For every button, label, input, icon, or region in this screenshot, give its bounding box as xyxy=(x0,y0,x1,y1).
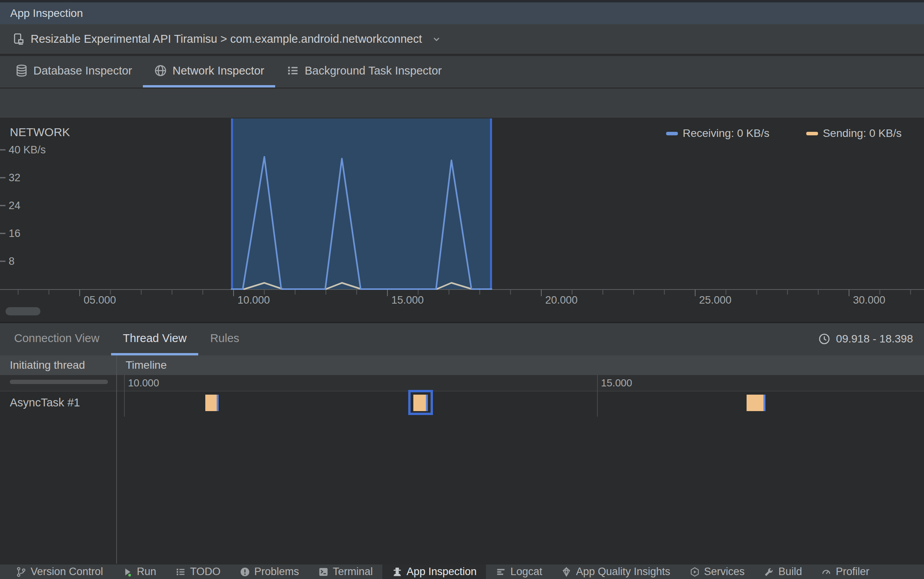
toolwindow-logcat[interactable]: Logcat xyxy=(486,564,551,579)
block-receiving-strip xyxy=(217,395,219,411)
toolwindow-label: Profiler xyxy=(836,566,869,578)
toolwindow-app-quality-insights[interactable]: App Quality Insights xyxy=(551,564,679,579)
process-selector-bar[interactable]: Resizable Experimental API Tiramisu > co… xyxy=(0,24,924,55)
toolwindow-version-control[interactable]: Version Control xyxy=(6,564,113,579)
selected-time-range: 09.918 - 18.398 xyxy=(818,322,913,355)
timeline-tick-label: 10.000 xyxy=(128,377,159,389)
toolwindow-label: Version Control xyxy=(31,566,103,578)
network-chart-section: 05.00010.00015.00020.00025.00030.000 NET… xyxy=(0,118,924,322)
app-inspection-icon xyxy=(392,566,403,577)
problems-icon xyxy=(239,566,250,577)
services-icon xyxy=(689,566,700,577)
thread-table-header: Initiating thread Timeline xyxy=(0,355,924,375)
toolwindow-label: App Inspection xyxy=(407,566,477,578)
tab-label: Network Inspector xyxy=(172,64,264,77)
tab-thread-view[interactable]: Thread View xyxy=(111,323,198,355)
toolwindow-build[interactable]: Build xyxy=(754,564,811,579)
tab-network-inspector[interactable]: Network Inspector xyxy=(143,56,275,87)
sending-swatch-icon xyxy=(806,132,818,135)
tab-background-task-inspector[interactable]: Background Task Inspector xyxy=(275,56,453,87)
run-icon xyxy=(122,566,133,577)
thread-activity-block[interactable] xyxy=(413,395,427,411)
toolwindow-label: Services xyxy=(704,566,745,578)
toolwindow-todo[interactable]: TODO xyxy=(166,564,230,579)
task-list-icon xyxy=(286,64,299,77)
profiler-icon xyxy=(821,566,832,577)
toolwindow-services[interactable]: Services xyxy=(680,564,754,579)
legend-sending: Sending: 0 KB/s xyxy=(806,127,902,140)
toolwindow-label: Problems xyxy=(254,566,299,578)
svg-text:15.000: 15.000 xyxy=(391,294,424,306)
svg-text:25.000: 25.000 xyxy=(699,294,732,306)
y-axis-tick-label: 24 xyxy=(9,199,20,212)
timeline-tick-label: 15.000 xyxy=(601,377,632,389)
todo-list-icon xyxy=(175,566,186,577)
timeline-gridline xyxy=(124,375,125,417)
globe-icon xyxy=(154,64,167,77)
toolwindow-run[interactable]: Run xyxy=(113,564,166,579)
toolwindow-app-inspection[interactable]: App Inspection xyxy=(382,564,486,579)
terminal-icon xyxy=(318,566,329,577)
block-receiving-strip xyxy=(763,395,765,411)
toolwindow-label: App Quality Insights xyxy=(576,566,670,578)
network-timeline-chart[interactable]: 05.00010.00015.00020.00025.00030.000 xyxy=(0,118,924,306)
tab-database-inspector[interactable]: Database Inspector xyxy=(4,56,143,87)
svg-text:05.000: 05.000 xyxy=(84,294,116,306)
inspector-toolbar-band xyxy=(0,89,924,118)
timeline-horizontal-scrollbar-thumb[interactable] xyxy=(5,307,40,315)
thread-rows-area xyxy=(0,391,924,564)
timeline-gridline xyxy=(597,375,598,417)
tab-rules[interactable]: Rules xyxy=(198,323,251,355)
legend-sending-label: Sending: 0 KB/s xyxy=(823,127,902,140)
tool-window-title: App Inspection xyxy=(10,7,83,20)
android-studio-app-inspection-window: App Inspection Resizable Experimental AP… xyxy=(0,0,924,579)
receiving-swatch-icon xyxy=(666,132,678,135)
database-icon xyxy=(15,64,28,77)
network-chart-title: NETWORK xyxy=(10,126,70,139)
git-branch-icon xyxy=(16,566,27,577)
legend-receiving: Receiving: 0 KB/s xyxy=(666,127,769,140)
toolwindow-label: TODO xyxy=(190,566,221,578)
tab-label: Database Inspector xyxy=(33,64,132,77)
detail-view-tabbar: Connection View Thread View Rules xyxy=(0,322,924,355)
y-axis-tick-label: 8 xyxy=(9,255,15,268)
column-initiating-thread[interactable]: Initiating thread xyxy=(10,355,85,375)
clock-icon xyxy=(818,333,831,345)
tool-window-bar: Version Control Run TODO xyxy=(0,564,924,579)
tab-connection-view[interactable]: Connection View xyxy=(2,323,111,355)
timeline-axis-row: 10.00015.000 xyxy=(0,375,924,391)
tab-label: Connection View xyxy=(14,332,99,345)
time-range-label: 09.918 - 18.398 xyxy=(836,333,913,345)
thread-column-scrollbar-thumb[interactable] xyxy=(10,380,108,384)
insights-icon xyxy=(561,566,572,577)
thread-activity-block[interactable] xyxy=(205,395,219,411)
tab-label: Background Task Inspector xyxy=(305,64,442,77)
y-axis-tick-label: 40 KB/s xyxy=(9,144,46,156)
toolwindow-label: Logcat xyxy=(510,566,542,578)
toolwindow-profiler[interactable]: Profiler xyxy=(811,564,879,579)
y-axis-tick-label: 32 xyxy=(9,171,20,184)
svg-text:10.000: 10.000 xyxy=(237,294,270,306)
svg-text:30.000: 30.000 xyxy=(853,294,886,306)
block-receiving-strip xyxy=(426,395,428,411)
tab-label: Thread View xyxy=(123,332,186,345)
toolwindow-terminal[interactable]: Terminal xyxy=(309,564,382,579)
tab-label: Rules xyxy=(210,332,239,345)
network-legend: Receiving: 0 KB/s Sending: 0 KB/s xyxy=(666,127,902,140)
svg-text:20.000: 20.000 xyxy=(545,294,578,306)
toolwindow-label: Run xyxy=(137,566,157,578)
chevron-down-icon xyxy=(431,33,442,45)
thread-name: AsyncTask #1 xyxy=(10,396,80,409)
tool-window-titlebar: App Inspection xyxy=(0,0,924,24)
column-timeline[interactable]: Timeline xyxy=(126,355,167,375)
toolwindow-label: Terminal xyxy=(333,566,373,578)
column-divider[interactable] xyxy=(116,355,117,564)
build-icon xyxy=(763,566,774,577)
toolwindow-problems[interactable]: Problems xyxy=(230,564,309,579)
process-selector-label: Resizable Experimental API Tiramisu > co… xyxy=(31,33,422,46)
y-axis-tick-label: 16 xyxy=(9,227,20,240)
toolwindow-label: Build xyxy=(778,566,802,578)
resizable-device-icon xyxy=(12,33,25,46)
thread-activity-block[interactable] xyxy=(747,395,765,411)
inspector-tabbar: Database Inspector Network Inspector Bac… xyxy=(0,56,924,89)
